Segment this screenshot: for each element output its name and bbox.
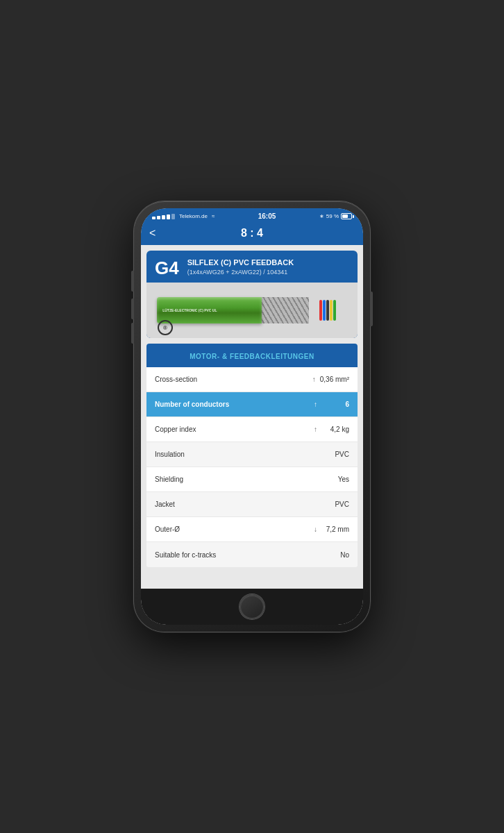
spec-row: Number of conductors↑6 [146,392,358,417]
status-bar: Telekom.de ≈ 16:05 ∗ 59 % [141,208,363,223]
spec-label: Copper index [155,426,310,433]
cable-image-area: LÜTZE-ELECTRONIC (C) PVC UL ® [146,283,358,338]
spec-label: Jacket [155,500,321,508]
specs-section: MOTOR- & FEEDBACKLEITUNGEN Cross-section… [146,344,358,567]
signal-dot-5 [171,214,175,219]
nav-title: 8 : 4 [241,227,263,239]
product-header-card: G4 SILFLEX (C) PVC FEEDBACK (1x4xAWG26 +… [146,251,358,338]
carrier-label: Telekom.de [179,213,208,219]
ul-mark: ® [158,320,173,335]
spec-arrow-icon: ↓ [314,525,317,533]
phone-screen: Telekom.de ≈ 16:05 ∗ 59 % < 8 : 4 [141,208,363,625]
battery-percent: 59 % [326,213,339,219]
spec-label: Suitable for c-tracks [155,551,321,559]
spec-row: Cross-section↑0,36 mm² [146,367,358,392]
wifi-icon: ≈ [212,213,215,219]
spec-value: Yes [321,476,349,483]
spec-arrow-icon: ↑ [314,426,317,433]
cable-wires-exposed [309,297,347,323]
nav-bar: < 8 : 4 [141,223,363,245]
specs-list: Cross-section↑0,36 mm²Number of conducto… [146,367,358,567]
spec-label: Number of conductors [155,401,310,408]
spec-value: 7,2 mm [321,525,349,533]
spec-value: PVC [321,451,349,458]
wire [333,300,336,321]
signal-dot-2 [157,216,160,219]
spec-row: JacketPVC [146,492,358,517]
spec-label: Shielding [155,476,321,483]
phone-screen-wrapper: Telekom.de ≈ 16:05 ∗ 59 % < 8 : 4 [141,208,363,625]
wire [330,300,333,321]
wire [323,300,326,321]
spec-arrow-icon: ↑ [314,401,317,408]
spec-row: Suitable for c-tracksNo [146,542,358,567]
category-title: MOTOR- & FEEDBACKLEITUNGEN [190,353,314,360]
spec-value: No [321,551,349,559]
spec-row: Copper index↑4,2 kg [146,417,358,442]
wire [326,300,329,321]
cable-label-text: LÜTZE-ELECTRONIC (C) PVC UL [162,308,217,312]
back-button[interactable]: < [149,227,156,239]
wire [319,300,322,321]
spec-label: Outer-Ø [155,525,310,533]
spec-row: InsulationPVC [146,442,358,467]
spec-value: PVC [321,500,349,508]
home-button-area [141,589,363,625]
product-spec: (1x4xAWG26 + 2xAWG22) / 104341 [187,269,349,276]
signal-dot-1 [152,217,156,219]
status-right: ∗ 59 % [319,213,352,219]
spec-label: Insulation [155,451,321,458]
spec-row: Outer-Ø↓7,2 mm [146,517,358,542]
ul-text: ® [163,325,167,331]
home-button[interactable] [240,594,264,619]
spec-label: Cross-section [155,376,308,383]
spec-row: ShieldingYes [146,467,358,492]
product-name: SILFLEX (C) PVC FEEDBACK [187,258,349,267]
clock: 16:05 [258,212,276,220]
battery-fill [342,214,348,218]
cable-visual: LÜTZE-ELECTRONIC (C) PVC UL [157,295,347,326]
specs-category-header: MOTOR- & FEEDBACKLEITUNGEN [146,344,358,367]
ul-circle: ® [158,320,173,335]
spec-value: 4,2 kg [321,426,349,433]
content-area: G4 SILFLEX (C) PVC FEEDBACK (1x4xAWG26 +… [141,245,363,589]
phone-device: Telekom.de ≈ 16:05 ∗ 59 % < 8 : 4 [134,201,370,632]
battery-icon [341,213,352,219]
product-code: G4 [155,258,179,277]
spec-arrow-icon: ↑ [312,376,316,383]
product-title-row: G4 SILFLEX (C) PVC FEEDBACK (1x4xAWG26 +… [146,251,358,283]
signal-dot-3 [162,215,165,219]
bluetooth-icon: ∗ [319,213,324,219]
product-name-block: SILFLEX (C) PVC FEEDBACK (1x4xAWG26 + 2x… [187,258,349,276]
signal-dots [152,214,175,219]
spec-value: 0,36 mm² [320,376,349,383]
spec-value: 6 [321,401,349,408]
status-left: Telekom.de ≈ [152,213,215,219]
cable-braid-shield [262,297,309,323]
signal-dot-4 [167,214,170,219]
